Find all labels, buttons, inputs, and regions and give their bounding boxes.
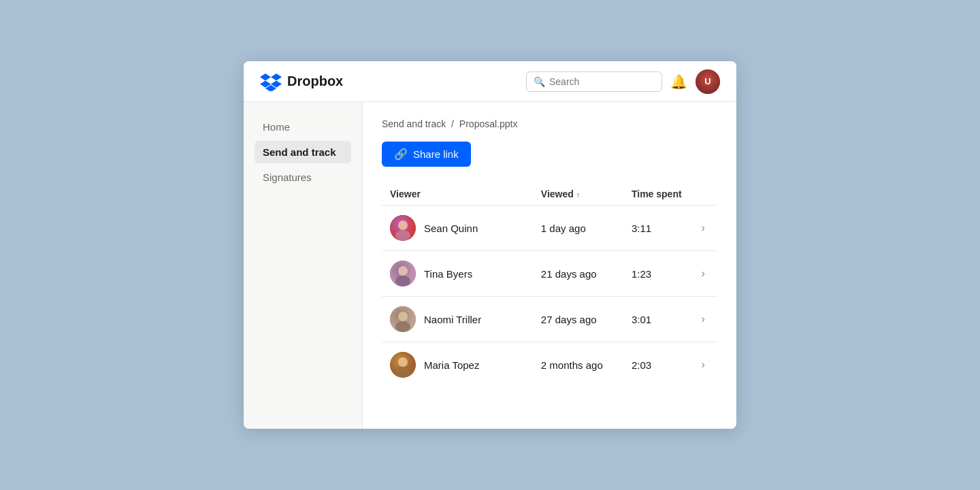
share-link-button[interactable]: 🔗 Share link [382,142,471,167]
viewer-avatar-naomi [390,306,416,332]
time-spent: 2:03 [623,342,691,388]
user-avatar[interactable]: U [696,69,720,94]
breadcrumb: Send and track / Proposal.pptx [382,118,717,129]
search-bar[interactable]: 🔍 [526,71,662,92]
svg-point-5 [395,276,410,287]
column-header-time-spent: Time spent [623,183,691,206]
time-spent: 3:11 [623,206,691,251]
table-row: Naomi Triller 27 days ago 3:01 › [382,297,717,342]
search-input[interactable] [549,76,655,87]
row-action-cell: › [691,206,717,251]
svg-point-8 [395,321,410,332]
viewer-avatar-tina [390,261,416,287]
sidebar-item-home[interactable]: Home [255,116,351,138]
row-action-cell: › [691,297,717,342]
logo-text: Dropbox [287,74,343,89]
svg-point-4 [398,266,408,276]
time-spent: 1:23 [623,251,691,297]
viewer-avatar-maria [390,352,416,378]
svg-point-7 [398,312,408,321]
sidebar: Home Send and track Signatures [244,102,363,429]
viewer-cell: Tina Byers [382,251,533,297]
viewed-time: 2 months ago [533,342,623,388]
row-expand-button[interactable]: › [699,219,708,237]
sidebar-item-send-and-track[interactable]: Send and track [255,141,351,163]
dropbox-logo-icon [260,72,282,91]
row-action-cell: › [691,342,717,388]
viewers-table: Viewer Viewed ↑ Time spent [382,183,717,387]
viewer-name: Maria Topez [424,359,479,371]
header: Dropbox 🔍 🔔 U [244,61,736,102]
logo: Dropbox [260,72,343,91]
row-action-cell: › [691,251,717,297]
row-expand-button[interactable]: › [699,356,708,374]
viewer-name: Naomi Triller [424,314,481,325]
viewer-cell: Maria Topez [382,342,533,388]
viewed-time: 21 days ago [533,251,623,297]
viewer-avatar-sean [390,215,416,241]
breadcrumb-parent: Send and track [382,118,446,129]
content-area: Send and track / Proposal.pptx 🔗 Share l… [363,102,736,429]
row-expand-button[interactable]: › [699,310,708,328]
column-header-viewed[interactable]: Viewed ↑ [533,183,623,206]
breadcrumb-separator: / [451,118,457,129]
svg-point-2 [395,230,410,241]
viewer-name: Sean Quinn [424,223,478,234]
viewer-name: Tina Byers [424,268,472,280]
column-header-action [691,183,717,206]
header-right: 🔍 🔔 U [526,69,720,94]
viewer-cell: Sean Quinn [382,206,533,251]
column-header-viewer: Viewer [382,183,533,206]
svg-point-10 [398,357,408,367]
breadcrumb-current: Proposal.pptx [459,118,518,129]
viewer-cell: Naomi Triller [382,297,533,342]
main-layout: Home Send and track Signatures Send and … [244,102,736,429]
share-link-icon: 🔗 [394,148,408,161]
sidebar-item-signatures[interactable]: Signatures [255,166,351,189]
row-expand-button[interactable]: › [699,265,708,282]
svg-point-11 [395,367,410,378]
table-row: Tina Byers 21 days ago 1:23 › [382,251,717,297]
sort-arrow-icon: ↑ [576,191,581,199]
app-window: Dropbox 🔍 🔔 U Home Send and track Signat… [244,61,736,429]
svg-point-1 [398,220,408,230]
share-link-label: Share link [413,148,459,160]
viewed-time: 27 days ago [533,297,623,342]
table-row: Sean Quinn 1 day ago 3:11 › [382,206,717,251]
notification-bell-icon[interactable]: 🔔 [670,74,687,90]
search-icon: 🔍 [534,76,545,87]
time-spent: 3:01 [623,297,691,342]
viewed-time: 1 day ago [533,206,623,251]
table-row: Maria Topez 2 months ago 2:03 › [382,342,717,388]
